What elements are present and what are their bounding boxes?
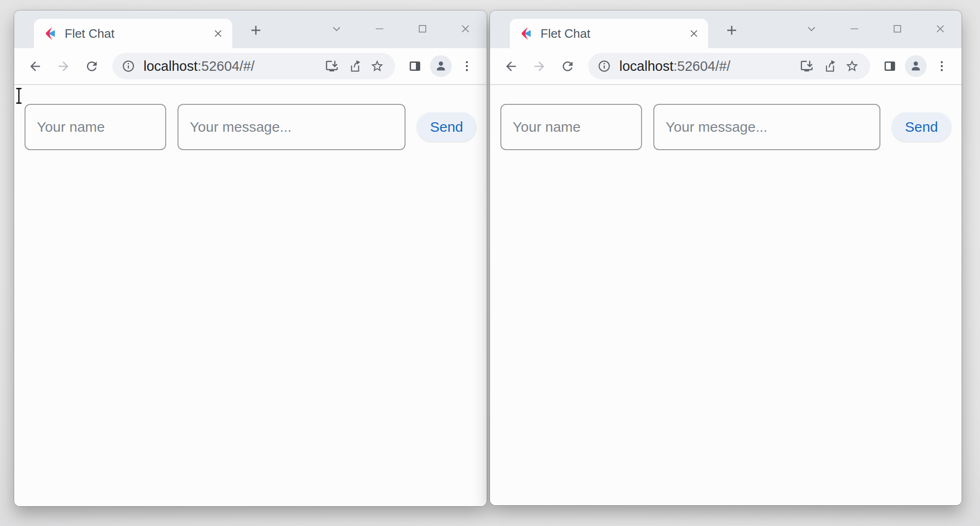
arrow-right-icon bbox=[56, 59, 71, 74]
new-tab-button[interactable] bbox=[721, 20, 742, 41]
reload-icon bbox=[560, 59, 575, 74]
tab-strip: Flet Chat bbox=[14, 10, 487, 48]
chevron-down-icon bbox=[805, 23, 818, 35]
address-bar[interactable]: localhost:52604/#/ bbox=[112, 53, 395, 79]
tab-title: Flet Chat bbox=[65, 26, 210, 41]
window-controls bbox=[326, 18, 476, 40]
message-input[interactable] bbox=[177, 104, 406, 150]
maximize-icon bbox=[416, 23, 429, 35]
menu-button[interactable] bbox=[930, 55, 953, 77]
tab-strip: Flet Chat bbox=[490, 10, 962, 48]
maximize-icon bbox=[891, 23, 904, 35]
page-content: Send bbox=[14, 85, 487, 506]
tab-flet-chat[interactable]: Flet Chat bbox=[34, 19, 232, 48]
flet-logo-icon bbox=[518, 26, 532, 41]
minimize-icon bbox=[373, 23, 386, 35]
browser-window-right: Flet Chat localhost:52604/#/ Send bbox=[490, 10, 962, 505]
info-icon bbox=[121, 59, 135, 73]
side-panel-button[interactable] bbox=[879, 55, 901, 77]
close-icon bbox=[212, 28, 224, 39]
tab-search-button[interactable] bbox=[326, 18, 347, 40]
page-content: Send bbox=[490, 85, 962, 505]
text-cursor-ibeam bbox=[15, 87, 23, 104]
person-icon bbox=[908, 59, 923, 74]
share-button[interactable] bbox=[818, 55, 841, 77]
tab-title: Flet Chat bbox=[541, 26, 685, 41]
side-panel-button[interactable] bbox=[404, 55, 426, 77]
browser-toolbar: localhost:52604/#/ bbox=[490, 48, 962, 85]
desktop: { "brand": { "flet_pink": "#ED2E5E", "fl… bbox=[0, 0, 980, 526]
forward-button[interactable] bbox=[51, 54, 76, 78]
new-tab-button[interactable] bbox=[245, 20, 266, 41]
flet-logo-icon bbox=[42, 26, 57, 41]
profile-button[interactable] bbox=[430, 55, 452, 77]
send-button[interactable]: Send bbox=[892, 112, 951, 142]
close-icon bbox=[688, 28, 700, 39]
monitor-download-icon bbox=[800, 59, 814, 73]
close-icon bbox=[934, 23, 946, 35]
bookmark-button[interactable] bbox=[366, 55, 389, 77]
address-bar[interactable]: localhost:52604/#/ bbox=[588, 53, 870, 79]
chat-form: Send bbox=[490, 85, 962, 150]
send-button[interactable]: Send bbox=[417, 112, 476, 142]
info-icon bbox=[597, 59, 611, 73]
person-icon bbox=[433, 59, 448, 74]
url-path: :52604/#/ bbox=[673, 59, 730, 74]
name-input[interactable] bbox=[500, 104, 642, 150]
url-text[interactable]: localhost:52604/#/ bbox=[144, 59, 321, 74]
minimize-button[interactable] bbox=[844, 18, 865, 40]
star-icon bbox=[845, 59, 859, 73]
reload-button[interactable] bbox=[555, 54, 580, 78]
share-button[interactable] bbox=[343, 55, 366, 77]
browser-window-left: Flet Chat localhost:52604/#/ bbox=[14, 10, 487, 506]
tab-flet-chat[interactable]: Flet Chat bbox=[510, 19, 708, 48]
tab-close-button[interactable] bbox=[685, 25, 702, 42]
site-info-button[interactable] bbox=[118, 56, 139, 76]
reload-button[interactable] bbox=[79, 54, 104, 78]
window-controls bbox=[801, 18, 951, 40]
close-icon bbox=[459, 23, 472, 35]
back-button[interactable] bbox=[23, 54, 47, 78]
share-icon bbox=[822, 59, 836, 73]
url-text[interactable]: localhost:52604/#/ bbox=[619, 59, 795, 74]
arrow-left-icon bbox=[504, 59, 518, 74]
reload-icon bbox=[84, 59, 99, 74]
window-close-button[interactable] bbox=[455, 18, 476, 40]
plus-icon bbox=[249, 23, 263, 37]
chevron-down-icon bbox=[330, 23, 343, 35]
url-host: localhost bbox=[619, 59, 673, 74]
kebab-menu-icon bbox=[935, 59, 949, 73]
tab-close-button[interactable] bbox=[210, 25, 227, 42]
arrow-left-icon bbox=[28, 59, 42, 74]
message-input[interactable] bbox=[653, 104, 880, 150]
browser-toolbar: localhost:52604/#/ bbox=[14, 48, 487, 85]
url-host: localhost bbox=[144, 59, 197, 74]
window-close-button[interactable] bbox=[929, 18, 951, 40]
install-app-button[interactable] bbox=[321, 55, 343, 77]
profile-button[interactable] bbox=[905, 55, 927, 77]
monitor-download-icon bbox=[325, 59, 339, 73]
bookmark-button[interactable] bbox=[841, 55, 863, 77]
star-icon bbox=[370, 59, 384, 73]
arrow-right-icon bbox=[532, 59, 547, 74]
back-button[interactable] bbox=[498, 54, 523, 78]
forward-button[interactable] bbox=[527, 54, 551, 78]
maximize-button[interactable] bbox=[887, 18, 908, 40]
share-icon bbox=[347, 59, 362, 73]
site-info-button[interactable] bbox=[594, 56, 615, 76]
maximize-button[interactable] bbox=[412, 18, 433, 40]
url-path: :52604/#/ bbox=[197, 59, 254, 74]
tab-search-button[interactable] bbox=[801, 18, 822, 40]
minimize-button[interactable] bbox=[369, 18, 390, 40]
name-input[interactable] bbox=[25, 104, 166, 150]
chat-form: Send bbox=[14, 85, 487, 150]
side-panel-icon bbox=[408, 59, 422, 73]
minimize-icon bbox=[848, 23, 861, 35]
side-panel-icon bbox=[883, 59, 897, 73]
plus-icon bbox=[725, 23, 739, 37]
install-app-button[interactable] bbox=[795, 55, 818, 77]
menu-button[interactable] bbox=[456, 55, 478, 77]
kebab-menu-icon bbox=[460, 59, 474, 73]
